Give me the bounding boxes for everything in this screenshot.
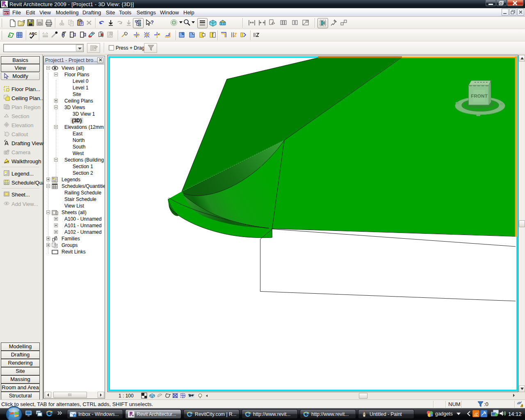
- svg-text:ABC: ABC: [29, 32, 37, 36]
- svg-text:FRONT: FRONT: [471, 94, 488, 98]
- svg-text:A: A: [4, 4, 7, 7]
- svg-text:?: ?: [151, 19, 153, 25]
- svg-text:RVT: RVT: [4, 11, 9, 14]
